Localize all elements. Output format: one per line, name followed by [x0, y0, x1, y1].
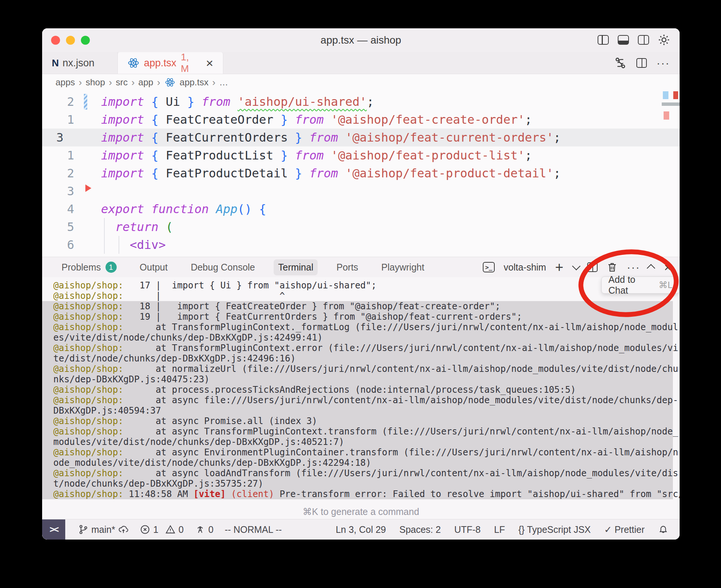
- close-tab-icon[interactable]: ×: [206, 57, 213, 69]
- formatter-status[interactable]: ✓ Prettier: [604, 524, 645, 535]
- code-line[interactable]: 1import { FeatCreateOrder } from '@aisho…: [42, 111, 680, 129]
- terminal-line[interactable]: @aishop/shop: at async loadAndTransform …: [42, 468, 673, 478]
- cursor-position[interactable]: Ln 3, Col 29: [336, 524, 386, 535]
- panel-tab-problems[interactable]: Problems 1: [57, 259, 121, 275]
- panel-tab-debug-console[interactable]: Debug Console: [186, 259, 259, 275]
- code-line[interactable]: 1import { FeatProductList } from '@aisho…: [42, 146, 680, 164]
- line-number[interactable]: 6: [42, 236, 79, 254]
- react-icon: [164, 77, 176, 88]
- code-editor[interactable]: 2import { Ui } from 'aishop/ui-shared';1…: [42, 91, 680, 257]
- breadcrumb-item[interactable]: src: [116, 77, 127, 88]
- terminal-line[interactable]: @aishop/shop: at process.processTicksAnd…: [42, 385, 673, 395]
- panel-tab-output[interactable]: Output: [135, 259, 172, 275]
- vscode-window: app.tsx — aishop N nx.json: [42, 28, 680, 540]
- add-to-chat-shortcut: ⌘L: [659, 280, 673, 290]
- terminal-instance-name[interactable]: volta-shim: [504, 262, 546, 273]
- line-number[interactable]: 2: [42, 93, 79, 111]
- terminal-line[interactable]: nks/dep-DBxKXgDP.js:40475:23): [42, 374, 673, 385]
- tab-app-tsx[interactable]: app.tsx 1, M ×: [118, 52, 223, 74]
- line-number[interactable]: 1: [42, 111, 79, 129]
- panel-more-actions-icon[interactable]: ···: [627, 264, 640, 271]
- branch-name: main*: [91, 524, 115, 535]
- terminal-line[interactable]: @aishop/shop: at TransformPluginContext.…: [42, 322, 673, 332]
- terminal-line[interactable]: @aishop/shop: | ^: [42, 291, 673, 301]
- terminal-output[interactable]: @aishop/shop: 17 | import { Ui } from "a…: [42, 277, 680, 519]
- breadcrumb-item[interactable]: app: [138, 77, 153, 88]
- terminal-line[interactable]: te/dist/node/chunks/dep-DBxKXgDP.js:4249…: [42, 353, 673, 364]
- terminal-dropdown-icon[interactable]: [572, 262, 581, 271]
- ports-status-item[interactable]: 0: [195, 524, 214, 535]
- remote-indicator[interactable]: ><: [42, 519, 65, 540]
- breadcrumb-item[interactable]: apps: [56, 77, 75, 88]
- eol-sequence[interactable]: LF: [494, 524, 505, 535]
- code-line[interactable]: 4export function App() {: [42, 200, 680, 218]
- code-text: import { FeatCurrentOrders } from '@aish…: [79, 129, 561, 146]
- notifications-bell-icon[interactable]: [658, 524, 668, 535]
- terminal-line[interactable]: @aishop/shop: 17 | import { Ui } from "a…: [42, 280, 673, 291]
- breadcrumb-separator-icon: ›: [212, 77, 215, 88]
- git-branch-item[interactable]: main*: [78, 524, 129, 535]
- toggle-primary-sidebar-icon[interactable]: [598, 35, 609, 45]
- panel-tab-terminal[interactable]: Terminal: [274, 259, 318, 275]
- toggle-secondary-sidebar-icon[interactable]: [638, 35, 649, 45]
- code-line[interactable]: 2import { FeatProductDetail } from '@ais…: [42, 164, 680, 182]
- terminal-line[interactable]: t/node/chunks/dep-DBxKXgDP.js:35735:27): [42, 478, 673, 489]
- tab-label: app.tsx: [144, 57, 176, 69]
- breadcrumb-item[interactable]: app.tsx: [180, 77, 208, 88]
- breadcrumb-item[interactable]: shop: [86, 77, 105, 88]
- maximize-panel-icon[interactable]: [647, 264, 655, 273]
- kill-terminal-icon[interactable]: [607, 262, 618, 273]
- broadcast-icon: [195, 524, 205, 535]
- terminal-line[interactable]: @aishop/shop: 19 | import { FeatCurrentO…: [42, 312, 673, 322]
- terminal-line[interactable]: modules/vite/dist/node/chunks/dep-DBxKXg…: [42, 437, 673, 447]
- tab-nx-json[interactable]: N nx.json: [42, 52, 118, 74]
- close-panel-icon[interactable]: ×: [664, 261, 671, 274]
- terminal-line[interactable]: @aishop/shop: 18 | import { FeatCreateOr…: [42, 301, 673, 312]
- terminal-line[interactable]: @aishop/shop: 11:48:58 AM [vite] (client…: [42, 489, 673, 499]
- terminal-line[interactable]: DBxKXgDP.js:40594:37: [42, 405, 673, 416]
- settings-gear-icon[interactable]: [658, 34, 670, 46]
- vim-mode-indicator[interactable]: -- NORMAL --: [225, 524, 282, 535]
- overview-ruler: [661, 91, 680, 124]
- line-number[interactable]: 1: [42, 146, 79, 164]
- encoding[interactable]: UTF-8: [454, 524, 481, 535]
- language-mode[interactable]: {} TypeScript JSX: [518, 524, 591, 535]
- code-line[interactable]: 3import { FeatCurrentOrders } from '@ais…: [42, 129, 680, 146]
- code-line[interactable]: 3: [42, 182, 680, 200]
- add-to-chat-tooltip[interactable]: Add to Chat ⌘L: [601, 276, 680, 294]
- new-terminal-icon[interactable]: +: [555, 260, 563, 274]
- terminal-line[interactable]: @aishop/shop: at async TransformPluginCo…: [42, 426, 673, 437]
- line-number[interactable]: 3: [42, 129, 79, 146]
- overview-scrollbar[interactable]: [662, 102, 680, 106]
- terminal-line[interactable]: @aishop/shop: at TransformPluginContext.…: [42, 343, 673, 353]
- overview-mark-blue: [663, 91, 668, 99]
- compare-changes-icon[interactable]: [614, 57, 627, 69]
- terminal-line[interactable]: @aishop/shop: at normalizeUrl (file:///U…: [42, 364, 673, 374]
- problems-status-item[interactable]: 1 0: [140, 524, 184, 535]
- breadcrumb-item[interactable]: …: [219, 77, 228, 88]
- terminal-line[interactable]: @aishop/shop: at async Promise.all (inde…: [42, 416, 673, 426]
- indent-guide: [104, 218, 105, 236]
- gutter-arrow-icon: [85, 184, 91, 192]
- code-text: <div>: [79, 236, 166, 254]
- terminal-line[interactable]: @aishop/shop: at async file:///Users/jur…: [42, 395, 673, 405]
- modified-gutter-indicator: [84, 94, 87, 110]
- line-number[interactable]: 2: [42, 164, 79, 182]
- code-line[interactable]: 5 return (: [42, 218, 680, 236]
- split-terminal-icon[interactable]: [587, 262, 598, 272]
- editor-actions-more-icon[interactable]: ···: [657, 60, 670, 66]
- line-number[interactable]: 3: [42, 182, 79, 200]
- terminal-line[interactable]: ode_modules/vite/dist/node/chunks/dep-DB…: [42, 458, 673, 468]
- split-editor-icon[interactable]: [636, 58, 647, 68]
- code-line[interactable]: 2import { Ui } from 'aishop/ui-shared';: [42, 93, 680, 111]
- terminal-line[interactable]: @aishop/shop: at async EnvironmentPlugin…: [42, 447, 673, 458]
- terminal-line[interactable]: es/vite/dist/node/chunks/dep-DBxKXgDP.js…: [42, 332, 673, 343]
- panel-tab-playwright[interactable]: Playwright: [377, 259, 429, 275]
- indentation[interactable]: Spaces: 2: [399, 524, 441, 535]
- code-line[interactable]: 6 <div>: [42, 236, 680, 254]
- line-number[interactable]: 5: [42, 218, 79, 236]
- line-number[interactable]: 4: [42, 200, 79, 218]
- toggle-panel-icon[interactable]: [618, 35, 629, 45]
- panel-tab-ports[interactable]: Ports: [332, 259, 362, 275]
- terminal-ai-hint: ⌘K to generate a command: [42, 506, 680, 517]
